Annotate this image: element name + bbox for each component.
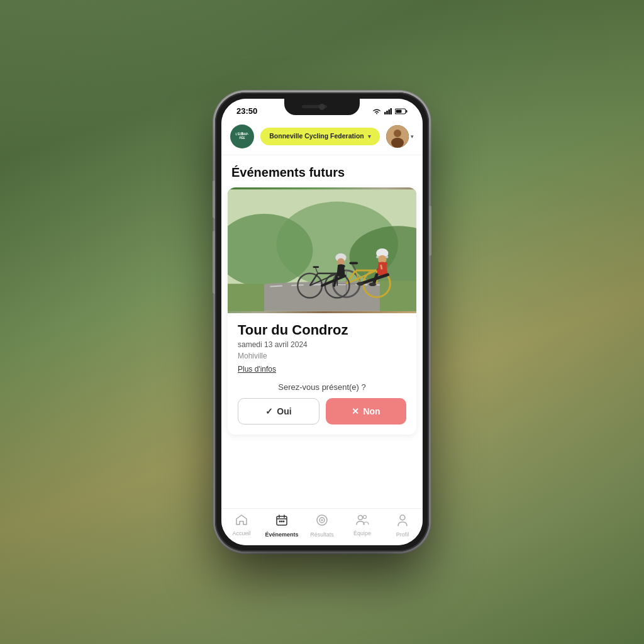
nav-item-accueil[interactable]: Accueil: [221, 514, 262, 538]
checkmark-icon: ✓: [265, 406, 273, 416]
profile-icon: [397, 514, 408, 530]
svg-line-38: [381, 265, 382, 269]
results-icon: [316, 514, 328, 530]
battery-icon: [395, 108, 408, 114]
svg-rect-18: [228, 284, 264, 311]
nav-item-equipe[interactable]: Équipe: [342, 514, 382, 538]
nav-label-resultats: Résultats: [310, 531, 334, 538]
app-logo: L'ÉCHAP- PÉE: [230, 125, 254, 148]
federation-pill[interactable]: Bonneville Cycling Federation ▾: [260, 128, 380, 145]
nav-item-evenements[interactable]: Événements: [262, 514, 302, 538]
svg-point-12: [394, 130, 401, 137]
federation-name: Bonneville Cycling Federation: [269, 132, 364, 141]
attendance-buttons: ✓ Oui ✕ Non: [238, 398, 406, 425]
user-avatar-wrapper[interactable]: ▾: [386, 125, 414, 148]
x-icon: ✕: [352, 406, 359, 416]
wifi-icon: [372, 108, 381, 114]
svg-text:PÉE: PÉE: [239, 135, 245, 140]
svg-point-66: [321, 519, 323, 521]
event-image-wrapper: avr. 13: [228, 187, 416, 313]
notch: [284, 99, 360, 115]
cyclists-svg: [228, 187, 416, 313]
btn-oui[interactable]: ✓ Oui: [238, 398, 319, 425]
event-card: avr. 13: [228, 187, 416, 435]
svg-rect-51: [313, 266, 319, 268]
home-icon: [235, 514, 248, 528]
federation-chevron: ▾: [368, 133, 371, 140]
svg-point-61: [279, 521, 281, 523]
phone-frame: 23:50: [215, 92, 429, 552]
nav-label-profil: Profil: [396, 531, 409, 538]
event-location: Mohiville: [238, 352, 406, 360]
nav-item-resultats[interactable]: Résultats: [302, 514, 342, 538]
status-icons: [372, 108, 408, 114]
svg-rect-1: [386, 111, 388, 114]
svg-point-41: [369, 282, 377, 286]
svg-point-62: [281, 521, 283, 523]
event-link[interactable]: Plus d'infos: [238, 365, 276, 374]
svg-point-67: [358, 516, 363, 520]
app-header: L'ÉCHAP- PÉE Bonneville Cycling Federati…: [221, 119, 423, 155]
nav-label-accueil: Accueil: [232, 530, 250, 536]
svg-point-63: [283, 521, 285, 523]
attendance-question: Serez-vous présent(e) ?: [238, 382, 406, 392]
event-image: [228, 187, 416, 313]
nav-label-evenements: Événements: [265, 531, 298, 538]
bottom-nav: Accueil Événements: [221, 508, 423, 545]
svg-point-68: [364, 516, 367, 519]
event-date: samedi 13 avril 2024: [238, 340, 406, 349]
section-title: Événements futurs: [221, 155, 423, 187]
nav-label-equipe: Équipe: [353, 530, 371, 536]
svg-point-42: [357, 282, 364, 286]
svg-point-69: [400, 515, 405, 520]
camera: [319, 104, 325, 110]
event-info: Tour du Condroz samedi 13 avril 2024 Moh…: [228, 313, 416, 435]
signal-icon: [384, 108, 392, 114]
app-content: Événements futurs avr. 13: [221, 155, 423, 508]
team-icon: [355, 514, 369, 528]
phone-screen: 23:50: [221, 99, 423, 545]
svg-rect-5: [406, 110, 408, 113]
event-name: Tour du Condroz: [238, 322, 406, 338]
user-chevron: ▾: [411, 133, 414, 140]
svg-rect-33: [350, 262, 358, 264]
svg-point-13: [391, 138, 404, 148]
calendar-icon: [275, 514, 288, 530]
svg-rect-6: [396, 109, 402, 113]
svg-point-10: [242, 132, 243, 134]
nav-item-profil[interactable]: Profil: [382, 514, 423, 538]
user-avatar: [386, 125, 409, 148]
svg-rect-2: [388, 109, 390, 114]
status-time: 23:50: [236, 106, 257, 116]
btn-non[interactable]: ✕ Non: [326, 398, 406, 425]
svg-rect-19: [380, 280, 416, 311]
svg-rect-3: [391, 108, 392, 114]
svg-rect-0: [384, 112, 386, 114]
